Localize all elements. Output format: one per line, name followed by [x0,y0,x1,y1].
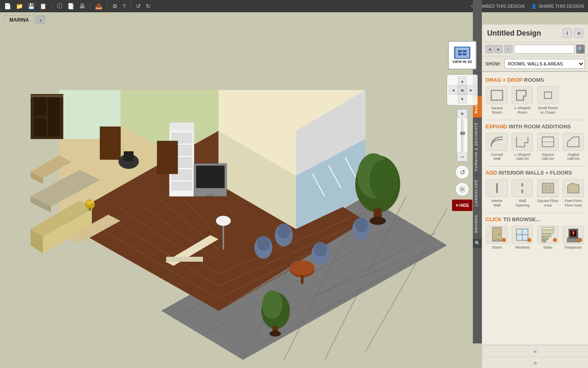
panel-content: DRAG + DROP ROOMS SquareRoom [482,72,588,345]
settings-icon[interactable]: ⚙ [112,3,118,9]
curved-wall-item[interactable]: CurvedWall [486,133,508,162]
stairs-item[interactable]: Stairs [537,226,559,250]
wall-opening-icon[interactable] [512,179,533,197]
new-file-icon[interactable]: 📄 [4,3,11,9]
tab-add-button[interactable]: + [36,16,45,25]
rotate-button[interactable]: ↺ [455,165,469,179]
show-select[interactable]: ROOMS, WALLS & AREAS FURNITURE LANDSCAPE [504,59,585,69]
fireplaces-item[interactable]: Fireplaces [562,226,585,250]
square-floor-item[interactable]: Square FloorArea [537,179,559,208]
canvas-area[interactable]: VIEW IN 2D ▲ ◄ ■ ► ▼ [0,25,482,368]
square-addon-icon[interactable] [537,133,559,151]
svg-rect-115 [542,227,554,230]
undo-icon[interactable]: ↺ [136,3,141,9]
freeform-floor-icon[interactable] [563,179,584,197]
wall-opening-label: WallOpening [515,199,529,208]
svg-rect-116 [567,238,579,242]
section-drag-drop-highlight: DRAG + DROP [486,77,522,83]
panel-home-button[interactable]: ⌂ [504,45,512,53]
save-icon[interactable]: 💾 [28,3,35,9]
doors-label: Doors [492,245,502,250]
bottom-toggles: « » [482,345,588,368]
windows-icon[interactable] [512,226,533,244]
open-file-icon[interactable]: 📁 [16,3,23,9]
svg-rect-43 [206,194,214,196]
zoom-slider-track[interactable] [461,119,463,152]
l-shaped-addon-item[interactable]: L-ShapedAdd-On [511,133,534,162]
save-as-icon[interactable]: 📋 [40,3,47,9]
settings-overlay-button[interactable] [455,182,469,196]
zoom-out-button[interactable]: − [457,153,468,162]
nav-right-button[interactable]: ► [467,85,476,94]
divider-1 [486,120,585,120]
zoom-slider-thumb[interactable] [460,132,465,135]
angled-addon-item[interactable]: AngledAdd-On [562,133,585,162]
panel-collapse-up-button[interactable]: « [482,345,588,357]
svg-rect-44 [100,127,120,159]
svg-rect-111 [542,240,546,242]
square-floor-icon[interactable] [537,179,559,197]
square-addon-item[interactable]: SquareAdd-On [537,133,559,162]
help-icon[interactable]: ? [122,3,126,9]
windows-item[interactable]: Windows [511,226,534,250]
small-room-label: Small Roomor Closet [538,106,558,115]
share-button[interactable]: 👤 SHARE THIS DESIGN [531,4,584,9]
hide-button[interactable]: ✕ HIDE [452,200,472,211]
svg-rect-100 [521,190,523,193]
view-2d-button[interactable]: VIEW IN 2D [448,41,477,70]
print-icon[interactable]: 🖶 [79,3,85,9]
curved-wall-icon[interactable] [486,133,508,151]
square-room-icon[interactable] [486,86,508,104]
angled-addon-icon[interactable] [563,133,584,151]
nav-down-button[interactable]: ▼ [458,94,467,103]
windows-label: Windows [515,245,530,250]
collapse-panel-button[interactable]: ⊗ [574,29,583,38]
notes-icon[interactable]: 📑 [67,3,74,9]
nav-left-button[interactable]: ◄ [449,85,458,94]
square-addon-label: SquareAdd-On [541,153,554,162]
zoom-in-button[interactable]: + [457,109,468,118]
small-room-item[interactable]: Small Roomor Closet [537,86,559,115]
share-label: SHARE THIS DESIGN [539,4,584,9]
freeform-floor-item[interactable]: Free-FormFloor Area [562,179,585,208]
svg-rect-90 [457,49,467,56]
export-icon[interactable]: 📤 [95,3,102,9]
room-view[interactable] [0,25,482,368]
separator-4 [131,2,131,10]
doors-icon[interactable] [486,226,508,244]
stairs-icon[interactable] [537,226,559,244]
divider-2 [486,166,585,166]
info-icon[interactable]: ⓘ [57,2,62,10]
svg-rect-99 [521,183,523,186]
nav-up-button[interactable]: ▲ [458,76,467,85]
l-shaped-room-icon[interactable] [512,86,533,104]
interior-wall-icon[interactable] [486,179,508,197]
right-panel: Untitled Design ℹ ⊗ ◄ ► ⌂ 🔍 SHOW: ROOMS,… [482,25,588,368]
panel-search-input[interactable] [514,45,575,54]
svg-rect-96 [542,137,554,147]
door-orange-dot [502,238,506,242]
svg-rect-87 [48,97,60,136]
square-room-item[interactable]: SquareRoom [486,86,508,115]
side-tab-brands[interactable]: BRANDS [473,210,482,237]
wall-opening-item[interactable]: WallOpening [511,179,534,208]
svg-point-75 [370,217,386,225]
small-room-icon[interactable] [537,86,559,104]
interior-wall-item[interactable]: InteriorWall [486,179,508,208]
tab-marina[interactable]: MARINA [4,15,34,25]
nav-center-button[interactable]: ■ [458,85,467,94]
l-shaped-addon-icon[interactable] [512,133,533,151]
l-shaped-room-item[interactable]: L-ShapedRoom [511,86,534,115]
panel-search-button[interactable]: 🔍 [576,45,585,54]
separator-3 [107,2,107,10]
side-tab-search[interactable]: 🔍 [473,239,482,248]
panel-forward-button[interactable]: ► [494,45,503,53]
fireplaces-icon[interactable] [563,226,584,244]
doors-item[interactable]: Doors [486,226,508,250]
section-browse-normal: TO BROWSE... [503,216,540,222]
stairs-orange-dot [553,238,557,242]
panel-collapse-down-button[interactable]: » [482,357,588,368]
redo-icon[interactable]: ↻ [146,3,151,9]
info-panel-button[interactable]: ℹ [563,29,572,38]
panel-back-button[interactable]: ◄ [486,45,494,53]
